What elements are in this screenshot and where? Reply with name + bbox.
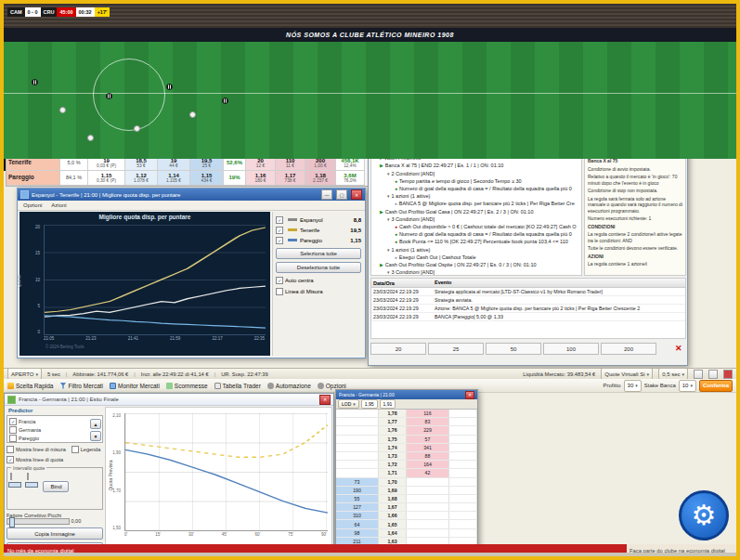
price-cell[interactable]: 1,72 bbox=[379, 461, 407, 468]
ladder-scrollbar[interactable] bbox=[449, 487, 477, 494]
lay-amount-cell[interactable] bbox=[407, 478, 449, 486]
strategy-tree-item[interactable]: ● Tempo partita e tempo di gioco | Secon… bbox=[371, 177, 581, 185]
lay-cell-best[interactable]: 1,16180 € bbox=[246, 171, 276, 186]
ladder-scrollbar[interactable] bbox=[449, 444, 477, 451]
peak-correction-slider[interactable] bbox=[6, 518, 70, 525]
stake-preset-button[interactable]: 20 bbox=[370, 343, 426, 355]
ladder-mode-select[interactable]: LOD bbox=[338, 399, 359, 409]
price-cell[interactable]: 1,74 bbox=[379, 444, 407, 451]
strategy-tree-item[interactable]: ▾ 1 azioni (1 attive) bbox=[371, 192, 581, 200]
back-amount-cell[interactable] bbox=[336, 469, 379, 476]
back-cell-2[interactable]: 1,141.105 € bbox=[158, 171, 190, 186]
legend-option[interactable]: Legenda bbox=[71, 446, 100, 453]
lay-amount-cell[interactable] bbox=[407, 495, 449, 502]
ladder-titlebar[interactable]: Francia - Germania | 21:00 bbox=[336, 390, 477, 399]
strategy-tree-item[interactable]: ▶ Cash Out Profitto Goal Casa | ON 22:49… bbox=[371, 208, 581, 215]
lay-amount-cell[interactable]: 229 bbox=[407, 426, 449, 434]
lay-amount-cell[interactable]: 88 bbox=[407, 452, 449, 460]
back-amount-cell[interactable]: 127 bbox=[336, 503, 379, 511]
uqs-cell[interactable]: 1,150,30 € (P) bbox=[88, 171, 125, 186]
price-cell[interactable]: 1,78 bbox=[379, 410, 407, 417]
toolbar-button[interactable]: Opzioni bbox=[318, 383, 346, 389]
back-amount-cell[interactable] bbox=[336, 461, 379, 468]
lay-amount-cell[interactable]: 57 bbox=[407, 436, 449, 443]
toolbar-button[interactable]: Scelta Rapida bbox=[7, 383, 53, 389]
back-amount-cell[interactable]: 190 bbox=[336, 487, 379, 494]
toolbar-button[interactable]: Filtro Mercati bbox=[59, 383, 103, 389]
ladder-scrollbar[interactable] bbox=[449, 452, 477, 460]
price-cell[interactable]: 1,73 bbox=[379, 452, 407, 460]
event-row[interactable]: 23/03/2024 22:19:29 Strategia avviata. bbox=[371, 296, 685, 305]
delete-icon[interactable]: ✕ bbox=[675, 344, 682, 353]
stake-preset-button[interactable]: 50 bbox=[486, 343, 541, 355]
lay-amount-cell[interactable]: 42 bbox=[407, 469, 449, 476]
show-odds-lines-option[interactable]: Mostra linee di quota bbox=[6, 456, 63, 463]
strategy-tree-item[interactable]: ● Numero di goal della squadra di casa =… bbox=[371, 185, 581, 192]
chart-plot-area[interactable] bbox=[44, 225, 266, 335]
strategy-tree-item[interactable]: ▾ 2 Condizioni [AND] bbox=[371, 170, 581, 177]
stake-select[interactable]: 10 bbox=[679, 380, 696, 392]
price-cell[interactable]: 1,71 bbox=[379, 469, 407, 476]
event-row[interactable]: 23/03/2024 22:19:29 BANCA [Pareggio] 5,0… bbox=[371, 313, 685, 321]
legend-checkbox-icon[interactable] bbox=[276, 237, 283, 244]
ladder-scrollbar[interactable] bbox=[449, 503, 477, 511]
back-amount-cell[interactable]: 64 bbox=[336, 520, 379, 527]
deselect-all-button[interactable]: Deseleziona tutte bbox=[276, 262, 361, 273]
price-cell[interactable]: 1,69 bbox=[379, 487, 407, 494]
ladder-scrollbar[interactable] bbox=[449, 410, 477, 417]
selection-name[interactable]: Pareggio bbox=[6, 171, 60, 186]
stake-preset-button[interactable]: 200 bbox=[601, 343, 656, 355]
legend-checkbox-icon[interactable] bbox=[276, 216, 283, 224]
strategy-tree-item[interactable]: ▾ 1 azioni (1 attive) bbox=[371, 245, 581, 253]
events-col-event[interactable]: Evento bbox=[433, 280, 685, 285]
menu-opzioni[interactable]: Opzioni bbox=[23, 202, 42, 208]
predictor-plot-area[interactable] bbox=[124, 413, 328, 531]
menu-azioni[interactable]: Azioni bbox=[51, 202, 66, 208]
lay-amount-cell[interactable]: 116 bbox=[407, 410, 449, 417]
back-cell-best[interactable]: 1,15434 € bbox=[190, 171, 224, 186]
price-cell[interactable]: 1,76 bbox=[379, 426, 407, 434]
predictor-selection[interactable]: Francia bbox=[9, 417, 100, 425]
ladder-scrollbar[interactable] bbox=[449, 520, 477, 527]
lay-amount-cell[interactable]: 164 bbox=[407, 461, 449, 468]
back-amount-cell[interactable]: 73 bbox=[336, 478, 379, 486]
minimize-button[interactable] bbox=[321, 189, 332, 200]
ladder-scrollbar[interactable] bbox=[449, 529, 477, 537]
back-amount-cell[interactable]: 310 bbox=[336, 512, 379, 519]
move-up-button[interactable]: ▲ bbox=[90, 419, 101, 429]
price-cell[interactable]: 1,68 bbox=[379, 495, 407, 502]
min-odds-slider[interactable]: 2,00 bbox=[10, 474, 19, 487]
strategy-tree-item[interactable]: ▾ 3 Condizioni [AND] bbox=[371, 268, 581, 276]
strategy-tree-item[interactable]: ● Cash Out disponibile > 0 € | Cashout t… bbox=[371, 223, 581, 230]
lay-cell-3[interactable]: 1,182.157 € bbox=[305, 171, 336, 186]
legend-item[interactable]: Espanyol 8,8 bbox=[276, 215, 361, 225]
back-amount-cell[interactable] bbox=[336, 426, 379, 434]
lay-amount-cell[interactable] bbox=[407, 487, 449, 494]
back-amount-cell[interactable] bbox=[336, 436, 379, 443]
lay-cell-2[interactable]: 1,17738 € bbox=[276, 171, 305, 186]
copy-image-button[interactable]: Copia Immagine bbox=[6, 527, 103, 540]
ladder-scrollbar[interactable] bbox=[449, 469, 477, 476]
strategy-tree-item[interactable]: » BANCA 5 @ Migliore quota disp. per ban… bbox=[371, 200, 581, 207]
toolbar-button[interactable]: Monitor Mercati bbox=[110, 383, 160, 389]
save-icon[interactable] bbox=[708, 370, 718, 379]
slider-track[interactable] bbox=[27, 473, 29, 480]
strategy-tree-item[interactable]: » Esegui Cash Out | Cashout Totale bbox=[371, 254, 581, 261]
auto-center-option[interactable]: Auto centra bbox=[276, 277, 361, 284]
conferma-button[interactable]: Conferma bbox=[699, 380, 733, 392]
lock-icon[interactable] bbox=[694, 370, 703, 379]
ladder-scrollbar[interactable] bbox=[449, 426, 477, 434]
toolbar-button[interactable]: Tabella Trader bbox=[214, 383, 261, 389]
lay-amount-cell[interactable] bbox=[407, 512, 449, 519]
back-amount-cell[interactable]: 55 bbox=[336, 495, 379, 502]
price-cell[interactable]: 1,67 bbox=[379, 503, 407, 511]
ladder-scrollbar[interactable] bbox=[449, 461, 477, 468]
back-amount-cell[interactable] bbox=[336, 444, 379, 451]
measure-line-option[interactable]: Linea di Misura bbox=[276, 288, 361, 295]
move-down-button[interactable]: ▼ bbox=[90, 431, 101, 441]
legend-checkbox-icon[interactable] bbox=[276, 227, 283, 234]
max-odds-slider[interactable]: 4,00 bbox=[27, 474, 36, 487]
toolbar-button[interactable]: Scommesse bbox=[166, 383, 208, 389]
predictor-selection[interactable]: Pareggio bbox=[9, 434, 100, 442]
strategy-tree-item[interactable]: ▾ 3 Condizioni [AND] bbox=[371, 215, 581, 223]
